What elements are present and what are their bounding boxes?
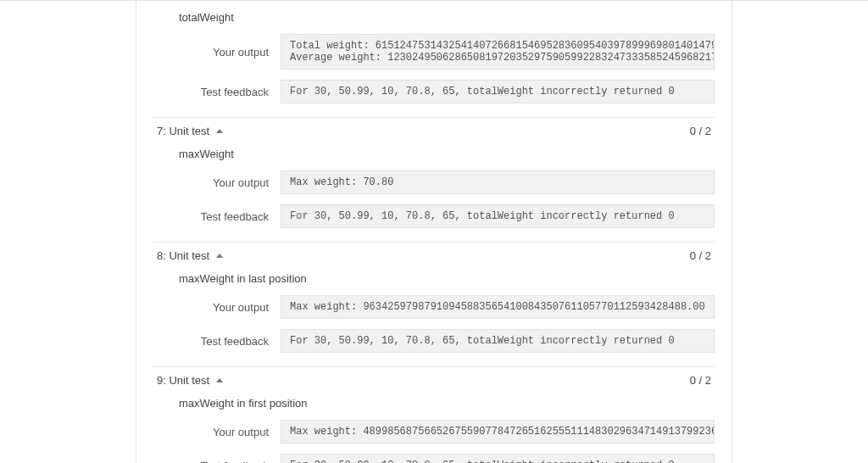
test-feedback-row: Test feedback For 30, 50.99, 10, 70.8, 6… [179, 199, 715, 233]
test-header-text: 9: Unit test [157, 374, 209, 387]
test-feedback-value: For 30, 50.99, 10, 70.8, 65, totalWeight… [281, 329, 715, 353]
test-block: 7: Unit test 0 / 2 maxWeight Your output… [153, 118, 715, 243]
test-name: totalWeight [153, 8, 715, 29]
test-name: maxWeight [153, 141, 715, 165]
test-feedback-label: Test feedback [179, 335, 281, 348]
chevron-up-icon [216, 254, 223, 258]
test-feedback-label: Test feedback [179, 86, 281, 98]
test-header-left: 9: Unit test [157, 374, 223, 387]
your-output-value: Total weight: 61512475314325414072668154… [281, 34, 715, 70]
your-output-value: Max weight: 70.80 [281, 170, 715, 194]
test-results-panel: totalWeight Your output Total weight: 61… [136, 1, 732, 463]
your-output-label: Your output [179, 301, 281, 314]
your-output-label: Your output [179, 176, 281, 189]
test-score: 0 / 2 [690, 125, 711, 137]
test-name: maxWeight in first position [153, 390, 715, 415]
your-output-row: Your output Max weight: 4899856875665267… [179, 415, 715, 449]
your-output-label: Your output [179, 426, 281, 438]
chevron-up-icon [216, 378, 223, 382]
your-output-row: Your output Total weight: 61512475314325… [179, 29, 715, 75]
test-name: maxWeight in last position [153, 265, 715, 290]
test-block: totalWeight Your output Total weight: 61… [153, 8, 715, 118]
test-feedback-value: For 30, 50.99, 10, 70.8, 65, totalWeight… [281, 80, 715, 103]
test-score: 0 / 2 [690, 249, 711, 262]
your-output-row: Your output Max weight: 70.80 [179, 165, 715, 199]
test-feedback-row: Test feedback For 30, 50.99, 10, 70.8, 6… [179, 449, 715, 463]
test-header-left: 7: Unit test [157, 125, 223, 137]
your-output-label: Your output [179, 46, 281, 59]
test-block: 9: Unit test 0 / 2 maxWeight in first po… [153, 367, 715, 463]
test-feedback-value: For 30, 50.99, 10, 70.8, 65, totalWeight… [281, 454, 715, 463]
your-output-value: Max weight: 4899856875665267559077847265… [281, 420, 715, 443]
test-feedback-label: Test feedback [179, 460, 281, 464]
test-header-left: 8: Unit test [157, 249, 223, 262]
test-header-toggle[interactable]: 9: Unit test 0 / 2 [153, 371, 715, 390]
test-score: 0 / 2 [690, 374, 711, 387]
test-header-text: 8: Unit test [157, 249, 209, 262]
test-header-text: 7: Unit test [157, 125, 209, 137]
page-root: totalWeight Your output Total weight: 61… [0, 0, 868, 463]
test-feedback-label: Test feedback [179, 210, 281, 223]
test-header-toggle[interactable]: 8: Unit test 0 / 2 [153, 246, 715, 265]
test-feedback-row: Test feedback For 30, 50.99, 10, 70.8, 6… [179, 75, 715, 109]
your-output-value: Max weight: 9634259798791094588356541008… [281, 295, 715, 319]
chevron-up-icon [216, 129, 223, 133]
test-header-toggle[interactable]: 7: Unit test 0 / 2 [153, 121, 715, 141]
test-feedback-value: For 30, 50.99, 10, 70.8, 65, totalWeight… [281, 204, 715, 228]
test-feedback-row: Test feedback For 30, 50.99, 10, 70.8, 6… [179, 324, 715, 358]
your-output-row: Your output Max weight: 9634259798791094… [179, 290, 715, 324]
test-block: 8: Unit test 0 / 2 maxWeight in last pos… [153, 243, 715, 367]
